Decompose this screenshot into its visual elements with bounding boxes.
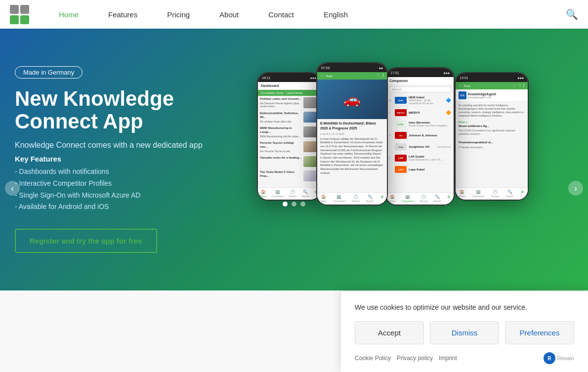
ka-article-2-title: Finanzierungsablauf al... xyxy=(459,140,525,144)
register-button[interactable]: Register and try the app for free xyxy=(15,229,157,253)
company-sub-6: Laser Applications, Laser GK... xyxy=(409,158,451,161)
jung-logo: Jung xyxy=(395,143,407,150)
feature-2: - Interactive Competitor Profiles xyxy=(15,178,222,190)
nav-language[interactable]: English xyxy=(324,10,348,19)
pbn4-news: 🏠News xyxy=(459,190,465,198)
phone-2-topbar: 07:03 ●● xyxy=(317,63,387,72)
carousel-dot-3[interactable] xyxy=(300,202,305,207)
company-name-4: Johnson & Johnson xyxy=(409,134,451,137)
nav-pricing[interactable]: Pricing xyxy=(167,10,190,19)
carousel-dot-1[interactable] xyxy=(283,202,288,207)
pbn3-add: ⊕ xyxy=(447,195,451,203)
pbn2-news: 🏠News xyxy=(320,195,327,203)
jj-logo: J&J xyxy=(395,132,407,139)
phone-3-time: 17:01 xyxy=(390,71,399,75)
carousel-dot-2[interactable] xyxy=(292,202,296,207)
news-item-4: Porsche Taycon schlägt neu...Der Porsche… xyxy=(258,140,320,155)
phone-2-article-source: e-no:411 | 14.12.2020 xyxy=(320,132,384,136)
feature-3: - Single Sign-On with Microsoft Azure AD xyxy=(15,190,222,202)
ka-article-1-title: Novel antibiotics fig... xyxy=(459,124,525,128)
hero-content: Made in Germany New Knowledge Connect Ap… xyxy=(0,46,237,273)
cookie-message: We use cookies to optimize our website a… xyxy=(355,303,574,311)
revain-icon: R xyxy=(544,352,555,364)
company-item-6: L LAP LAP GmbH Laser Applications, Laser… xyxy=(386,153,454,164)
privacy-policy-link[interactable]: Privacy policy xyxy=(397,355,433,362)
imprint-link[interactable]: Imprint xyxy=(439,355,457,362)
phone-1-tab: Competitor News · Latest News xyxy=(258,90,320,96)
hew-logo-badge: 🔷 xyxy=(446,98,451,103)
phone-1-status: ●●● xyxy=(310,76,316,80)
pbn-search: 🔍Search xyxy=(301,190,309,198)
pbn2-add: ⊕ xyxy=(380,195,384,203)
phone-1-topbar: 16:11 ●●● xyxy=(258,73,320,82)
phone-2-time: 07:03 xyxy=(321,66,330,70)
phone-3-companies-list: H HEW HEW Kabel HEW-Kabel – all die unsa… xyxy=(386,94,454,192)
nav-home[interactable]: Home xyxy=(59,10,79,19)
phone-2-article-title: E-Mobilität in Deutschland: Bilanz 2020 … xyxy=(320,121,384,131)
phone-3-header: Companies xyxy=(386,77,454,85)
news-item-6: The Tesla Model S Value Prop... xyxy=(258,169,320,183)
pbn2-companies: 🏢Companies xyxy=(333,195,345,203)
nav-about[interactable]: About xyxy=(219,10,239,19)
phone-4-topbar: 13:01 ●●● xyxy=(456,73,528,82)
phone-1-news-list: Politiker reden sich Investit...Die Deut… xyxy=(258,96,320,187)
nav-links: Home Features Pricing About Contact Engl… xyxy=(59,10,566,19)
pbn3-news: 🏠News xyxy=(389,195,396,203)
cookie-buttons: Accept Dismiss Preferences xyxy=(355,321,574,344)
company-sub-1: HEW-Kabel – all die unsachliche KG ist e… xyxy=(409,99,444,105)
cookie-accept-button[interactable]: Accept xyxy=(355,321,424,344)
company-name-5: Jungheiser AG xyxy=(409,145,435,148)
pbn-companies: 🏢Companies xyxy=(271,190,284,198)
phone-2-article-body: E-Mobilität in Deutschland: Bilanz 2020 … xyxy=(317,119,387,177)
phone-2-nav: ← Back ♡ ⤴ xyxy=(317,72,387,80)
cookie-dismiss-button[interactable]: Dismiss xyxy=(430,321,499,344)
phone-2-screen: 07:03 ●● ← Back ♡ ⤴ 🚗 E-Mobilität in Deu… xyxy=(317,63,387,205)
phone-3: 17:01 ●●● Companies Search H HEW HEW Kab… xyxy=(385,67,455,206)
phone-3-search: Search xyxy=(386,85,454,94)
jung-logo-badge: Jungheiser xyxy=(437,145,451,148)
phone-3-topbar: 17:01 ●●● xyxy=(386,68,454,77)
ka-website: knowledgeagent.com xyxy=(468,96,496,99)
nav-features[interactable]: Features xyxy=(108,10,137,19)
nav-contact[interactable]: Contact xyxy=(268,10,294,19)
pbn4-recent: 🕐Recent xyxy=(492,190,500,198)
ka-description: As a leading specialist for market intel… xyxy=(459,104,525,118)
phone-4-status: ●●● xyxy=(517,76,524,80)
phone-3-search-input: Search xyxy=(389,86,451,92)
phone-2-article-img: 🚗 xyxy=(317,80,387,119)
ka-news-label: News ● xyxy=(459,121,525,124)
intec-logo: in-Tec xyxy=(395,121,407,127)
phone-2-bottom-nav: 🏠News 🏢Companies 🕐Recent 🔍Search ⊕ xyxy=(317,192,387,205)
phone-4-time: 13:01 xyxy=(460,76,468,80)
hero-title: New Knowledge Connect App xyxy=(15,87,222,133)
pbn4-add: ⊕ xyxy=(521,190,524,198)
company-name-7: Lapp Kabel xyxy=(409,168,451,171)
pbn2-recent: 🕐Recent xyxy=(352,195,360,203)
pbn3-search: 🔍Search xyxy=(433,195,441,203)
logo-dot-2 xyxy=(20,5,29,14)
carousel-prev-arrow[interactable]: ‹ xyxy=(5,181,20,196)
pbn3-companies: 🏢Companies xyxy=(401,195,414,203)
logo xyxy=(10,5,29,24)
imerys-logo: IMERYS xyxy=(395,109,407,116)
ka-article-2: Finanzierungsablauf al... IT awards and … xyxy=(459,140,525,151)
phone-2-article-text: In einer Analyse zufolge der Wendepunkt … xyxy=(320,137,384,175)
company-item-3: in-Tec intec Bernstein Rösler-Gesetz von… xyxy=(386,119,454,130)
ka-article-1-body: The COVID-19 pandemic has significantly … xyxy=(459,129,525,136)
features-heading: Key Features xyxy=(15,155,222,163)
pbn2-search: 🔍Search xyxy=(366,195,374,203)
logo-dot-3 xyxy=(10,15,19,24)
ka-article-1: Novel antibiotics fig... The COVID-19 pa… xyxy=(459,124,525,138)
imerys-logo-badge: 🔶 xyxy=(446,110,451,115)
news-item-2: Elektromobilität: Definition, Wi...Wir e… xyxy=(258,110,320,125)
cookie-policy-link[interactable]: Cookie Policy xyxy=(355,355,391,362)
logo-dot-1 xyxy=(10,5,19,14)
cookie-preferences-button[interactable]: Preferences xyxy=(505,321,574,344)
phone-3-status: ●●● xyxy=(443,71,450,75)
feature-4: - Available for Android and iOS xyxy=(15,201,222,213)
carousel-next-arrow[interactable]: › xyxy=(568,181,583,196)
search-icon[interactable]: 🔍 xyxy=(566,8,578,20)
made-in-germany-badge: Made in Germany xyxy=(15,66,83,79)
lapp-logo: LAPP xyxy=(395,166,407,173)
news-item-1: Politiker reden sich Investit...Die Deut… xyxy=(258,96,320,110)
